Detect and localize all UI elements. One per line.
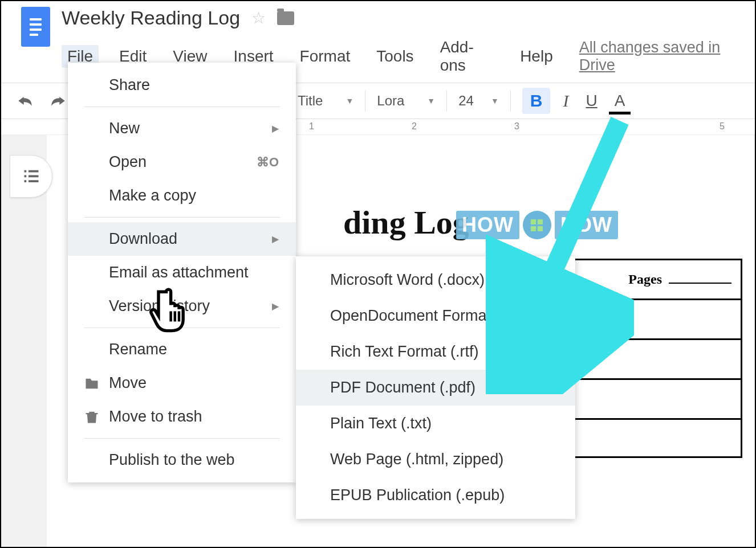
file-move[interactable]: Move <box>68 366 296 400</box>
download-pdf[interactable]: PDF Document (.pdf) <box>296 370 575 406</box>
text-color-button[interactable]: A <box>610 89 630 112</box>
size-value: 24 <box>458 93 474 109</box>
style-value: Title <box>298 93 323 109</box>
file-move-trash[interactable]: Move to trash <box>68 400 296 434</box>
ruler-tick: 5 <box>720 121 725 132</box>
folder-icon[interactable] <box>277 11 294 25</box>
file-move-label: Move <box>109 374 147 392</box>
file-email-attachment[interactable]: Email as attachment <box>68 256 296 289</box>
star-icon[interactable]: ☆ <box>251 9 266 27</box>
file-open-label: Open <box>109 153 147 171</box>
download-docx[interactable]: Microsoft Word (.docx) <box>296 262 575 298</box>
watermark-text: HOW <box>456 211 519 239</box>
document-title[interactable]: Weekly Reading Log <box>62 7 240 29</box>
file-rename[interactable]: Rename <box>68 333 296 366</box>
folder-icon <box>84 375 100 391</box>
menu-tools[interactable]: Tools <box>371 45 419 68</box>
file-version-label: Version history <box>109 297 210 315</box>
caret-icon: ▼ <box>346 96 353 105</box>
font-dropdown[interactable]: Lora ▼ <box>377 93 435 109</box>
svg-rect-4 <box>24 180 26 182</box>
download-txt[interactable]: Plain Text (.txt) <box>296 406 575 441</box>
chevron-right-icon: ▶ <box>272 123 279 134</box>
ruler-tick: 1 <box>309 121 314 132</box>
underline-button[interactable]: U <box>581 89 601 112</box>
file-new-label: New <box>109 120 140 137</box>
watermark-logo-icon <box>523 211 551 239</box>
file-new[interactable]: New ▶ <box>68 112 296 145</box>
pages-label: Pages <box>628 272 662 287</box>
google-docs-app: Weekly Reading Log ☆ File Edit View Inse… <box>1 1 755 547</box>
ruler-tick: 3 <box>514 121 519 132</box>
font-value: Lora <box>377 93 404 109</box>
watermark: HOW NOW <box>456 211 618 239</box>
ruler-tick: 4 <box>617 121 622 132</box>
download-odt[interactable]: OpenDocument Format (.odt) <box>296 298 575 334</box>
download-rtf[interactable]: Rich Text Format (.rtf) <box>296 334 575 370</box>
file-version-history[interactable]: Version history ▶ <box>68 289 296 323</box>
svg-rect-5 <box>29 180 39 182</box>
file-publish[interactable]: Publish to the web <box>68 443 296 477</box>
file-trash-label: Move to trash <box>109 408 202 426</box>
italic-button[interactable]: I <box>558 89 573 113</box>
watermark-text: NOW <box>555 211 618 239</box>
file-open[interactable]: Open ⌘O <box>68 145 296 179</box>
caret-icon: ▼ <box>491 96 499 105</box>
size-dropdown[interactable]: 24 ▼ <box>458 93 499 109</box>
caret-icon: ▼ <box>427 96 435 105</box>
bold-button[interactable]: B <box>522 88 551 114</box>
docs-logo-icon[interactable] <box>21 7 50 47</box>
file-menu-dropdown: Share New ▶ Open ⌘O Make a copy Download… <box>68 63 296 482</box>
svg-rect-3 <box>29 175 39 177</box>
download-epub[interactable]: EPUB Publication (.epub) <box>296 477 575 513</box>
redo-button[interactable] <box>46 92 71 110</box>
shortcut-label: ⌘O <box>257 155 279 170</box>
trash-icon <box>84 409 100 425</box>
undo-button[interactable] <box>13 92 38 110</box>
chevron-right-icon: ▶ <box>272 301 279 312</box>
file-download-label: Download <box>109 230 177 248</box>
style-dropdown[interactable]: Title ▼ <box>298 93 353 109</box>
menu-addons[interactable]: Add-ons <box>434 36 500 77</box>
file-download[interactable]: Download ▶ <box>68 222 296 256</box>
download-html[interactable]: Web Page (.html, zipped) <box>296 441 575 477</box>
menu-format[interactable]: Format <box>294 45 356 68</box>
svg-rect-0 <box>24 170 26 172</box>
menu-help[interactable]: Help <box>514 45 559 68</box>
ruler-tick: 2 <box>412 121 417 132</box>
chevron-right-icon: ▶ <box>272 234 279 244</box>
svg-rect-1 <box>29 170 39 172</box>
download-submenu: Microsoft Word (.docx) OpenDocument Form… <box>296 256 575 519</box>
save-status[interactable]: All changes saved in Drive <box>579 39 743 74</box>
file-make-copy[interactable]: Make a copy <box>68 179 296 212</box>
outline-button[interactable] <box>10 155 52 198</box>
file-share[interactable]: Share <box>68 68 296 102</box>
svg-rect-2 <box>24 175 26 177</box>
